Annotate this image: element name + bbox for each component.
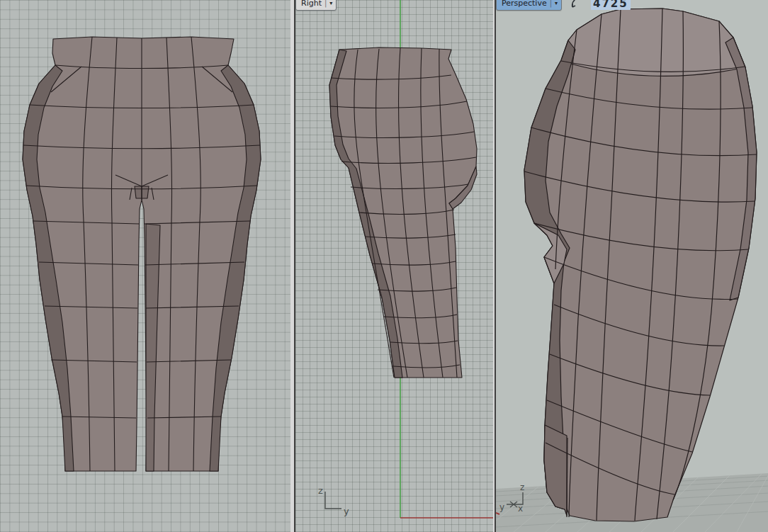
right-view-canvas: z y (295, 0, 493, 532)
label-separator: | (324, 0, 327, 10)
gizmo-y-label: y (344, 506, 349, 516)
gizmo-z-label: z (520, 482, 524, 492)
viewport-title-text: Right (301, 0, 322, 10)
axis-gizmo-right-view: z y (318, 485, 349, 516)
dropdown-arrow-icon[interactable]: ▾ (555, 0, 558, 10)
label-separator: | (550, 0, 552, 10)
selection-counter-overlay: 4725 (570, 0, 631, 10)
mesh-body (329, 47, 477, 378)
right-view-mesh[interactable] (329, 47, 477, 378)
perspective-view-canvas: z y x (496, 0, 768, 532)
app-window: z y Right | ▾ (0, 0, 768, 532)
perspective-view-mesh[interactable] (524, 9, 757, 521)
gizmo-x-label: x (518, 504, 523, 514)
selection-count-value: 4725 (591, 0, 631, 10)
viewport-title-perspective[interactable]: Perspective | ▾ (496, 0, 562, 11)
front-view-canvas (0, 0, 290, 532)
viewport-title-right[interactable]: Right | ▾ (295, 0, 337, 11)
viewport-right[interactable]: z y Right | ▾ (294, 0, 493, 532)
dropdown-arrow-icon[interactable]: ▾ (329, 0, 332, 10)
front-view-mesh[interactable] (23, 37, 261, 471)
viewport-title-text: Perspective (502, 0, 547, 10)
viewport-front[interactable] (0, 0, 290, 532)
viewport-perspective[interactable]: z y x Perspective | ▾ 4725 (495, 0, 768, 532)
gizmo-y-label: y (499, 502, 504, 512)
rotate-view-icon (570, 0, 584, 9)
gizmo-z-label: z (318, 485, 323, 496)
